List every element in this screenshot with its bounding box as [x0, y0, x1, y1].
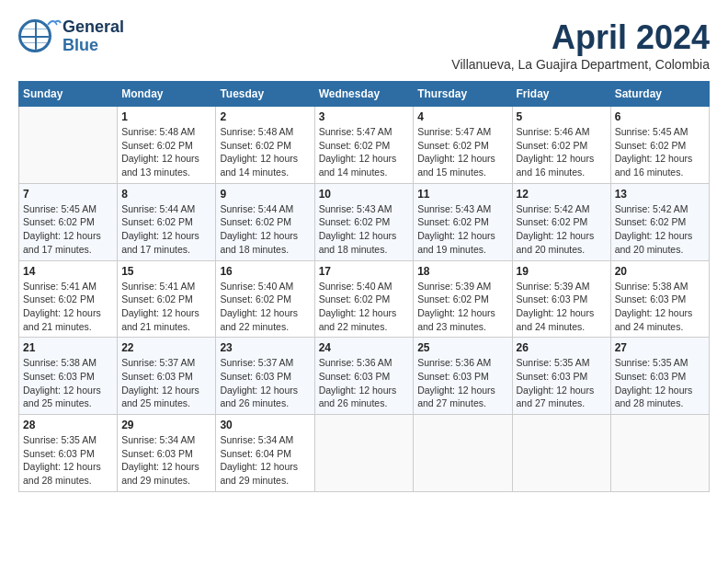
day-info: Sunrise: 5:46 AM Sunset: 6:02 PM Dayligh…: [517, 125, 607, 179]
day-info: Sunrise: 5:37 AM Sunset: 6:03 PM Dayligh…: [220, 356, 310, 410]
day-info: Sunrise: 5:38 AM Sunset: 6:03 PM Dayligh…: [23, 356, 113, 410]
calendar-cell: 24Sunrise: 5:36 AM Sunset: 6:03 PM Dayli…: [314, 338, 414, 415]
month-title: April 2024: [451, 18, 710, 57]
calendar-cell: 28Sunrise: 5:35 AM Sunset: 6:03 PM Dayli…: [19, 415, 118, 492]
day-number: 4: [417, 110, 507, 123]
calendar-cell: 5Sunrise: 5:46 AM Sunset: 6:02 PM Daylig…: [512, 107, 610, 184]
day-number: 27: [615, 341, 705, 354]
day-number: 14: [23, 265, 113, 278]
calendar-week-2: 7Sunrise: 5:45 AM Sunset: 6:02 PM Daylig…: [19, 183, 710, 260]
day-number: 10: [319, 188, 410, 201]
calendar-cell: 29Sunrise: 5:34 AM Sunset: 6:03 PM Dayli…: [118, 415, 216, 492]
calendar-cell: 2Sunrise: 5:48 AM Sunset: 6:02 PM Daylig…: [216, 107, 314, 184]
calendar-cell: 21Sunrise: 5:38 AM Sunset: 6:03 PM Dayli…: [19, 338, 118, 415]
calendar-header-wednesday: Wednesday: [314, 82, 414, 107]
day-info: Sunrise: 5:40 AM Sunset: 6:02 PM Dayligh…: [319, 280, 410, 334]
day-number: 18: [417, 265, 507, 278]
day-info: Sunrise: 5:37 AM Sunset: 6:03 PM Dayligh…: [121, 356, 211, 410]
calendar-cell: 3Sunrise: 5:47 AM Sunset: 6:02 PM Daylig…: [314, 107, 414, 184]
location-title: Villanueva, La Guajira Department, Colom…: [451, 57, 710, 72]
day-info: Sunrise: 5:43 AM Sunset: 6:02 PM Dayligh…: [319, 202, 410, 257]
day-number: 20: [615, 265, 705, 278]
day-info: Sunrise: 5:48 AM Sunset: 6:02 PM Dayligh…: [121, 125, 211, 179]
day-number: 25: [417, 341, 507, 354]
day-number: 29: [121, 419, 211, 431]
calendar-cell: 8Sunrise: 5:44 AM Sunset: 6:02 PM Daylig…: [118, 183, 216, 260]
calendar-cell: 11Sunrise: 5:43 AM Sunset: 6:02 PM Dayli…: [414, 183, 512, 260]
day-number: 8: [121, 188, 211, 201]
day-number: 13: [615, 188, 705, 201]
day-number: 22: [121, 341, 211, 354]
day-info: Sunrise: 5:34 AM Sunset: 6:04 PM Dayligh…: [220, 433, 310, 488]
day-info: Sunrise: 5:47 AM Sunset: 6:02 PM Dayligh…: [417, 125, 507, 179]
calendar-cell: [512, 415, 610, 492]
calendar-header-row: SundayMondayTuesdayWednesdayThursdayFrid…: [19, 82, 710, 107]
calendar-cell: 1Sunrise: 5:48 AM Sunset: 6:02 PM Daylig…: [118, 107, 216, 184]
calendar-cell: 12Sunrise: 5:42 AM Sunset: 6:02 PM Dayli…: [512, 183, 610, 260]
day-number: 16: [220, 265, 310, 278]
calendar-cell: 26Sunrise: 5:35 AM Sunset: 6:03 PM Dayli…: [512, 338, 610, 415]
day-info: Sunrise: 5:35 AM Sunset: 6:03 PM Dayligh…: [615, 356, 705, 410]
calendar-header-sunday: Sunday: [19, 82, 118, 107]
day-info: Sunrise: 5:39 AM Sunset: 6:03 PM Dayligh…: [517, 280, 607, 334]
calendar-cell: 23Sunrise: 5:37 AM Sunset: 6:03 PM Dayli…: [216, 338, 314, 415]
calendar-cell: 14Sunrise: 5:41 AM Sunset: 6:02 PM Dayli…: [19, 260, 118, 338]
logo: General Blue: [18, 18, 124, 55]
calendar-cell: 18Sunrise: 5:39 AM Sunset: 6:02 PM Dayli…: [414, 260, 512, 338]
day-number: 30: [220, 419, 310, 431]
day-info: Sunrise: 5:42 AM Sunset: 6:02 PM Dayligh…: [615, 202, 705, 257]
calendar-week-4: 21Sunrise: 5:38 AM Sunset: 6:03 PM Dayli…: [19, 338, 710, 415]
day-number: 17: [319, 265, 410, 278]
header: General Blue April 2024 Villanueva, La G…: [18, 18, 710, 72]
day-info: Sunrise: 5:35 AM Sunset: 6:03 PM Dayligh…: [517, 356, 607, 410]
day-number: 28: [23, 419, 113, 431]
calendar-header-thursday: Thursday: [414, 82, 512, 107]
calendar-cell: 16Sunrise: 5:40 AM Sunset: 6:02 PM Dayli…: [216, 260, 314, 338]
day-info: Sunrise: 5:45 AM Sunset: 6:02 PM Dayligh…: [615, 125, 705, 179]
calendar-cell: [414, 415, 512, 492]
calendar-header-monday: Monday: [118, 82, 216, 107]
day-number: 26: [517, 341, 607, 354]
day-number: 24: [319, 341, 410, 354]
day-info: Sunrise: 5:45 AM Sunset: 6:02 PM Dayligh…: [23, 202, 113, 257]
day-info: Sunrise: 5:44 AM Sunset: 6:02 PM Dayligh…: [220, 202, 310, 257]
calendar-header-friday: Friday: [512, 82, 610, 107]
day-info: Sunrise: 5:40 AM Sunset: 6:02 PM Dayligh…: [220, 280, 310, 334]
day-number: 15: [121, 265, 211, 278]
day-info: Sunrise: 5:36 AM Sunset: 6:03 PM Dayligh…: [417, 356, 507, 410]
day-number: 12: [517, 188, 607, 201]
day-info: Sunrise: 5:34 AM Sunset: 6:03 PM Dayligh…: [121, 433, 211, 488]
day-info: Sunrise: 5:41 AM Sunset: 6:02 PM Dayligh…: [23, 280, 113, 334]
logo-blue: Blue: [63, 37, 124, 55]
calendar-cell: 19Sunrise: 5:39 AM Sunset: 6:03 PM Dayli…: [512, 260, 610, 338]
day-number: 7: [23, 188, 113, 201]
day-info: Sunrise: 5:36 AM Sunset: 6:03 PM Dayligh…: [319, 356, 410, 410]
day-number: 5: [517, 110, 607, 123]
day-number: 1: [121, 110, 211, 123]
calendar-cell: 22Sunrise: 5:37 AM Sunset: 6:03 PM Dayli…: [118, 338, 216, 415]
calendar-cell: 6Sunrise: 5:45 AM Sunset: 6:02 PM Daylig…: [610, 107, 709, 184]
calendar-body: 1Sunrise: 5:48 AM Sunset: 6:02 PM Daylig…: [19, 107, 710, 492]
calendar-cell: [19, 107, 118, 184]
calendar-header-saturday: Saturday: [610, 82, 709, 107]
day-info: Sunrise: 5:41 AM Sunset: 6:02 PM Dayligh…: [121, 280, 211, 334]
day-info: Sunrise: 5:42 AM Sunset: 6:02 PM Dayligh…: [517, 202, 607, 257]
calendar-cell: 30Sunrise: 5:34 AM Sunset: 6:04 PM Dayli…: [216, 415, 314, 492]
day-number: 21: [23, 341, 113, 354]
calendar-cell: 9Sunrise: 5:44 AM Sunset: 6:02 PM Daylig…: [216, 183, 314, 260]
calendar-table: SundayMondayTuesdayWednesdayThursdayFrid…: [18, 81, 710, 492]
calendar-cell: 20Sunrise: 5:38 AM Sunset: 6:03 PM Dayli…: [610, 260, 709, 338]
calendar-cell: [610, 415, 709, 492]
calendar-cell: 7Sunrise: 5:45 AM Sunset: 6:02 PM Daylig…: [19, 183, 118, 260]
calendar-cell: 15Sunrise: 5:41 AM Sunset: 6:02 PM Dayli…: [118, 260, 216, 338]
logo-general: General: [63, 18, 124, 37]
calendar-cell: 10Sunrise: 5:43 AM Sunset: 6:02 PM Dayli…: [314, 183, 414, 260]
day-info: Sunrise: 5:47 AM Sunset: 6:02 PM Dayligh…: [319, 125, 410, 179]
calendar-cell: [314, 415, 414, 492]
calendar-cell: 13Sunrise: 5:42 AM Sunset: 6:02 PM Dayli…: [610, 183, 709, 260]
calendar-week-3: 14Sunrise: 5:41 AM Sunset: 6:02 PM Dayli…: [19, 260, 710, 338]
calendar-cell: 4Sunrise: 5:47 AM Sunset: 6:02 PM Daylig…: [414, 107, 512, 184]
calendar-cell: 25Sunrise: 5:36 AM Sunset: 6:03 PM Dayli…: [414, 338, 512, 415]
calendar-week-1: 1Sunrise: 5:48 AM Sunset: 6:02 PM Daylig…: [19, 107, 710, 184]
day-number: 19: [517, 265, 607, 278]
